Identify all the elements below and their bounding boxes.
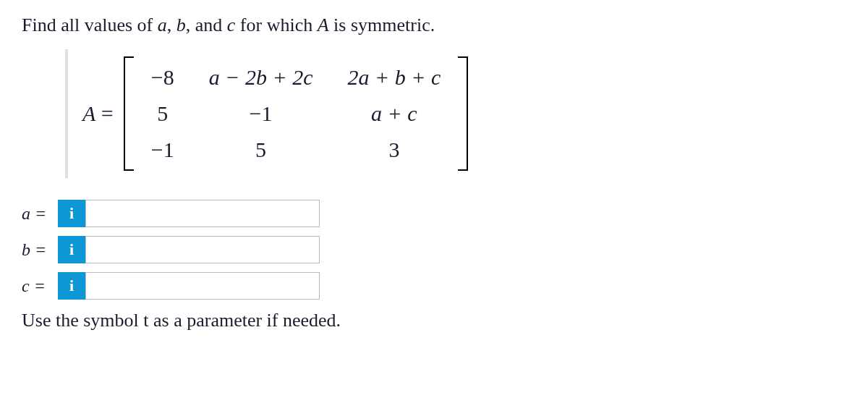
- cell-1-2: a + c: [371, 101, 417, 125]
- variable-a: a: [158, 14, 167, 35]
- variable-c: c: [227, 14, 236, 35]
- input-c[interactable]: [85, 272, 320, 300]
- cell-0-1: a − 2b + 2c: [209, 65, 313, 89]
- info-icon: i: [69, 276, 74, 295]
- question-pre: Find all values of: [22, 14, 158, 35]
- answer-row-c: c = i: [22, 272, 846, 300]
- answer-row-b: b = i: [22, 236, 846, 263]
- answers-section: a = i b = i c = i: [22, 200, 846, 300]
- info-icon: i: [69, 240, 74, 259]
- cell-1-1: −1: [250, 101, 273, 125]
- matrix-table: −8 a − 2b + 2c 2a + b + c 5 −1 a + c −1 …: [134, 59, 459, 168]
- input-a[interactable]: [85, 200, 320, 227]
- matrix-lhs: A =: [82, 101, 114, 126]
- answer-row-a: a = i: [22, 200, 846, 227]
- cell-1-0: 5: [157, 101, 168, 125]
- input-b[interactable]: [85, 236, 320, 263]
- right-bracket: [458, 56, 468, 171]
- cell-0-2: 2a + b + c: [347, 65, 441, 89]
- info-button-a[interactable]: i: [58, 200, 85, 227]
- info-icon: i: [69, 204, 74, 223]
- matrix-body: −8 a − 2b + 2c 2a + b + c 5 −1 a + c −1 …: [124, 56, 469, 171]
- info-button-c[interactable]: i: [58, 272, 85, 300]
- cell-2-0: −1: [151, 137, 174, 161]
- label-c: c =: [22, 276, 58, 296]
- cell-2-1: 5: [255, 137, 266, 161]
- cell-0-0: −8: [151, 65, 174, 89]
- cell-2-2: 3: [388, 137, 399, 161]
- question-text: Find all values of a, b, and c for which…: [22, 14, 846, 36]
- left-bracket: [124, 56, 134, 171]
- variable-b: b: [176, 14, 186, 35]
- variable-t: t: [143, 310, 148, 331]
- info-button-b[interactable]: i: [58, 236, 85, 263]
- variable-A: A: [318, 14, 329, 35]
- hint-text: Use the symbol t as a parameter if neede…: [22, 310, 846, 331]
- label-a: a =: [22, 204, 58, 224]
- label-b: b =: [22, 240, 58, 260]
- matrix-equation: A = −8 a − 2b + 2c 2a + b + c 5 −1 a + c…: [65, 49, 846, 178]
